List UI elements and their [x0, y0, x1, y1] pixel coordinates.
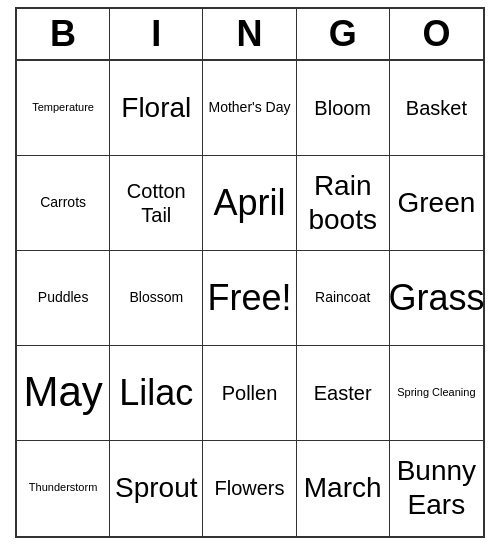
bingo-cell-1-4: Green — [390, 156, 483, 251]
bingo-card: BINGO TemperatureFloralMother's DayBloom… — [15, 7, 485, 538]
bingo-cell-text: Bloom — [314, 96, 371, 120]
bingo-cell-4-2: Flowers — [203, 441, 296, 536]
bingo-cell-4-4: Bunny Ears — [390, 441, 483, 536]
bingo-cell-text: Basket — [406, 96, 467, 120]
bingo-cell-text: Easter — [314, 381, 372, 405]
bingo-cell-text: May — [23, 367, 102, 417]
bingo-cell-2-0: Puddles — [17, 251, 110, 346]
bingo-cell-4-3: March — [297, 441, 390, 536]
bingo-cell-4-0: Thunderstorm — [17, 441, 110, 536]
bingo-cell-0-2: Mother's Day — [203, 61, 296, 156]
bingo-cell-text: Free! — [207, 276, 291, 319]
bingo-cell-2-2: Free! — [203, 251, 296, 346]
bingo-cell-text: Sprout — [115, 471, 198, 505]
bingo-cell-text: Lilac — [119, 371, 193, 414]
bingo-cell-0-0: Temperature — [17, 61, 110, 156]
bingo-cell-1-3: Rain boots — [297, 156, 390, 251]
bingo-cell-1-0: Carrots — [17, 156, 110, 251]
bingo-cell-text: Raincoat — [315, 289, 370, 306]
bingo-cell-text: Blossom — [129, 289, 183, 306]
bingo-cell-text: Puddles — [38, 289, 89, 306]
bingo-cell-4-1: Sprout — [110, 441, 203, 536]
bingo-cell-text: Mother's Day — [208, 99, 290, 116]
bingo-cell-text: Temperature — [32, 101, 94, 114]
bingo-cell-3-2: Pollen — [203, 346, 296, 441]
bingo-header-letter: G — [297, 9, 390, 59]
bingo-cell-text: Carrots — [40, 194, 86, 211]
bingo-cell-text: Pollen — [222, 381, 278, 405]
bingo-cell-1-2: April — [203, 156, 296, 251]
bingo-cell-2-3: Raincoat — [297, 251, 390, 346]
bingo-header-letter: N — [203, 9, 296, 59]
bingo-cell-3-3: Easter — [297, 346, 390, 441]
bingo-cell-text: Rain boots — [301, 169, 385, 236]
bingo-cell-text: Flowers — [214, 476, 284, 500]
bingo-cell-3-0: May — [17, 346, 110, 441]
bingo-header-letter: B — [17, 9, 110, 59]
bingo-cell-text: March — [304, 471, 382, 505]
bingo-cell-2-4: Grass — [390, 251, 483, 346]
bingo-cell-2-1: Blossom — [110, 251, 203, 346]
bingo-cell-text: Green — [397, 186, 475, 220]
bingo-cell-3-1: Lilac — [110, 346, 203, 441]
bingo-cell-text: Cotton Tail — [114, 179, 198, 227]
bingo-cell-text: April — [213, 181, 285, 224]
bingo-grid: TemperatureFloralMother's DayBloomBasket… — [17, 61, 483, 536]
bingo-cell-1-1: Cotton Tail — [110, 156, 203, 251]
bingo-header-letter: O — [390, 9, 483, 59]
bingo-cell-3-4: Spring Cleaning — [390, 346, 483, 441]
bingo-cell-text: Thunderstorm — [29, 481, 97, 494]
bingo-cell-text: Floral — [121, 91, 191, 125]
bingo-header: BINGO — [17, 9, 483, 61]
bingo-cell-0-1: Floral — [110, 61, 203, 156]
bingo-cell-text: Spring Cleaning — [397, 386, 475, 399]
bingo-cell-0-4: Basket — [390, 61, 483, 156]
bingo-cell-text: Bunny Ears — [394, 454, 479, 521]
bingo-header-letter: I — [110, 9, 203, 59]
bingo-cell-text: Grass — [390, 276, 483, 319]
bingo-cell-0-3: Bloom — [297, 61, 390, 156]
